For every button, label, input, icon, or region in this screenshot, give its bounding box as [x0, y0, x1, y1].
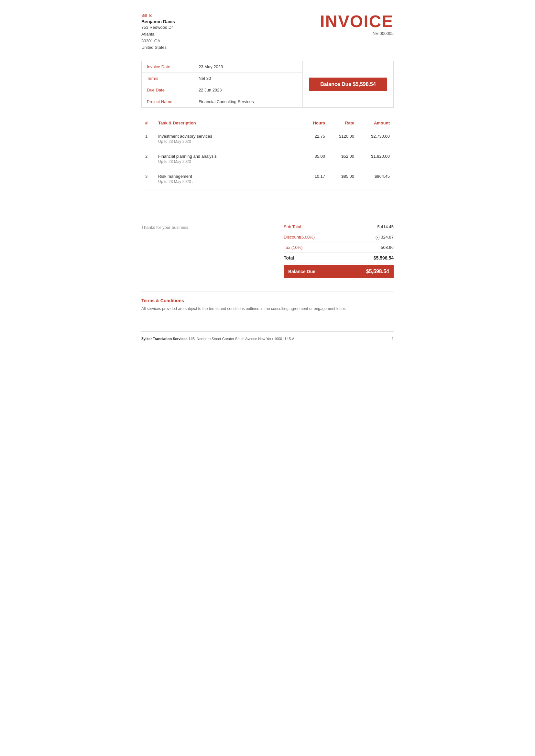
item-amount-1: $2,730.00 [358, 129, 394, 149]
items-table: # Task & Description Hours Rate Amount 1… [141, 117, 394, 215]
table-row: 2 Financial planning and analysis Up to … [141, 149, 394, 169]
totals-section: Thanks for your business. Sub Total 5,41… [141, 222, 394, 278]
item-num-1: 1 [141, 129, 154, 149]
balance-due-row: Balance Due $5,598.54 [284, 265, 394, 278]
balance-due-header-box: Balance Due $5,598.54 [309, 78, 387, 91]
thanks-text: Thanks for your business. [141, 222, 189, 230]
footer-info: Zylker Translation Services 14B, Norther… [141, 337, 294, 341]
client-name: Benjamin Davis [141, 19, 320, 24]
item-subdesc-1: Up to 23 May 2023 [158, 139, 296, 147]
terms-value: Net 30 [199, 76, 211, 81]
col-header-num: # [141, 117, 154, 129]
terms-section: Terms & Conditions All services provided… [141, 291, 394, 312]
item-num-3: 3 [141, 169, 154, 189]
item-rate-2: $52.00 [329, 149, 358, 169]
item-hours-3: 10.17 [300, 169, 329, 189]
total-value: $5,598.54 [374, 255, 394, 260]
item-desc-2: Financial planning and analysis Up to 23… [154, 149, 300, 169]
item-hours-2: 35.00 [300, 149, 329, 169]
info-row-invoice-date: Invoice Date 23 May 2023 [142, 61, 302, 73]
item-subdesc-3: Up to 23 May 2023 : [158, 179, 296, 187]
total-label: Total [284, 255, 294, 260]
info-left: Invoice Date 23 May 2023 Terms Net 30 Du… [142, 61, 303, 107]
balance-due-header-amount: $5,598.54 [353, 81, 376, 87]
address-line3: 30301 GA [141, 38, 320, 44]
totals-table: Sub Total 5,414.45 Discount(6.00%) (-) 3… [284, 222, 394, 278]
info-row-terms: Terms Net 30 [142, 73, 302, 84]
header-section: Bill To Benjamin Davis 753 Redwood Dr At… [141, 13, 394, 51]
invoice-date-value: 23 May 2023 [199, 64, 223, 69]
balance-due-value: $5,598.54 [366, 269, 389, 274]
info-right: Balance Due $5,598.54 [303, 61, 393, 107]
invoice-title-section: INVOICE INV-000005 [320, 13, 394, 36]
info-section: Invoice Date 23 May 2023 Terms Net 30 Du… [141, 61, 394, 108]
discount-row: Discount(6.00%) (-) 324.87 [284, 232, 394, 242]
item-num-2: 2 [141, 149, 154, 169]
col-header-description: Task & Description [154, 117, 300, 129]
col-header-rate: Rate [329, 117, 358, 129]
footer-page: 1 [392, 337, 394, 341]
item-description-1: Investment advisory services [158, 134, 296, 139]
project-label: Project Name [147, 99, 199, 104]
footer-address: 14B, Northern Street Greater South Avenu… [188, 337, 295, 341]
discount-label: Discount(6.00%) [284, 235, 315, 239]
address-line4: United States [141, 44, 320, 51]
total-row: Total $5,598.54 [284, 253, 394, 263]
address-line2: Atlanta [141, 31, 320, 38]
item-rate-3: $85.00 [329, 169, 358, 189]
due-date-value: 22 Jun 2023 [199, 88, 222, 93]
balance-due-header-label: Balance Due [320, 81, 351, 87]
tax-row: Tax (10%) 508.96 [284, 242, 394, 253]
tax-value: 508.96 [381, 245, 394, 250]
address-line1: 753 Redwood Dr [141, 24, 320, 31]
subtotal-value: 5,414.45 [377, 224, 394, 229]
item-desc-3: Risk management Up to 23 May 2023 : [154, 169, 300, 189]
tax-label: Tax (10%) [284, 245, 303, 250]
due-date-label: Due Date [147, 88, 199, 93]
item-subdesc-2: Up to 23 May 2023 [158, 159, 296, 167]
invoice-date-label: Invoice Date [147, 64, 199, 69]
terms-title: Terms & Conditions [141, 298, 394, 303]
item-amount-2: $1,820.00 [358, 149, 394, 169]
col-header-hours: Hours [300, 117, 329, 129]
bill-to-label: Bill To [141, 13, 320, 18]
item-description-2: Financial planning and analysis [158, 154, 296, 159]
bill-to-section: Bill To Benjamin Davis 753 Redwood Dr At… [141, 13, 320, 51]
balance-due-label: Balance Due [288, 269, 315, 274]
table-header-row: # Task & Description Hours Rate Amount [141, 117, 394, 129]
invoice-number: INV-000005 [320, 31, 394, 36]
table-row: 1 Investment advisory services Up to 23 … [141, 129, 394, 149]
footer: Zylker Translation Services 14B, Norther… [141, 331, 394, 341]
project-value: Financial Consulting Services [199, 99, 254, 104]
table-row: 3 Risk management Up to 23 May 2023 : 10… [141, 169, 394, 189]
item-desc-1: Investment advisory services Up to 23 Ma… [154, 129, 300, 149]
terms-text: All services provided are subject to the… [141, 306, 394, 312]
client-address: 753 Redwood Dr Atlanta 30301 GA United S… [141, 24, 320, 51]
discount-value: (-) 324.87 [376, 235, 394, 239]
footer-company-name: Zylker Translation Services [141, 337, 187, 341]
item-description-3: Risk management [158, 174, 296, 179]
col-header-amount: Amount [358, 117, 394, 129]
item-amount-3: $864.45 [358, 169, 394, 189]
terms-label: Terms [147, 76, 199, 81]
spacer-row [141, 189, 394, 215]
info-row-due-date: Due Date 22 Jun 2023 [142, 84, 302, 96]
subtotal-row: Sub Total 5,414.45 [284, 222, 394, 232]
info-row-project: Project Name Financial Consulting Servic… [142, 96, 302, 107]
item-rate-1: $120.00 [329, 129, 358, 149]
subtotal-label: Sub Total [284, 224, 301, 229]
invoice-title: INVOICE [320, 13, 394, 30]
item-hours-1: 22.75 [300, 129, 329, 149]
